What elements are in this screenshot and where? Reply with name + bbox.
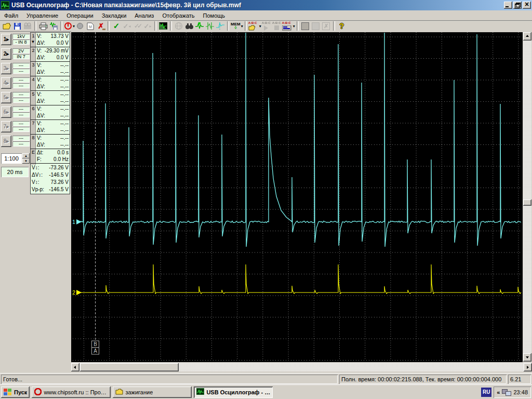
readout-row-cursor: EΔt:0.0 sF:0.0 Hz <box>31 149 70 164</box>
abc-open-button[interactable]: A:B:C▾ <box>248 21 261 31</box>
v-value: --.-- <box>60 62 69 68</box>
oscilloscope-display: BA12 <box>71 31 532 373</box>
wave-cursors-button[interactable] <box>205 21 215 31</box>
search-button[interactable] <box>184 21 194 31</box>
taskbar-task-2[interactable]: USB Осциллограф - C... <box>194 387 273 398</box>
channel-5-range[interactable]: --- <box>12 92 30 97</box>
menu-item-4[interactable]: Анализ <box>130 11 158 20</box>
channel-1-input[interactable]: - IN 8 <box>12 39 30 45</box>
v-label: V: <box>37 62 42 68</box>
mark-prev-button: ✓◂ <box>122 21 132 31</box>
divider-down-button[interactable]: ▼ <box>22 158 30 164</box>
channel-6-button[interactable]: 6▸ <box>1 107 11 118</box>
display-mode-button[interactable] <box>158 21 168 31</box>
vertical-scroll-thumb[interactable] <box>523 200 531 206</box>
readout-channel-number: 3 <box>31 62 35 68</box>
channel-7-input[interactable]: --- <box>12 127 30 132</box>
v-value: -29.30 mV <box>45 48 69 54</box>
abc-panel-button[interactable]: A:B:C▾ <box>282 21 295 31</box>
readout-channel-number: 8 <box>31 135 35 140</box>
menu-item-6[interactable]: Помощь <box>199 11 230 20</box>
close-button[interactable] <box>523 2 531 9</box>
channel-2-range[interactable]: 2V <box>12 48 30 54</box>
menu-item-5[interactable]: Отображать <box>158 11 198 20</box>
start-stop-button[interactable]: ▾ <box>64 21 75 31</box>
open-file-button[interactable] <box>2 21 12 31</box>
language-indicator[interactable]: RU <box>481 388 491 397</box>
dv-value: 0.0 V <box>57 40 69 46</box>
timebase-value[interactable]: 20 ms <box>1 167 29 177</box>
channel-6-input[interactable]: --- <box>12 112 30 117</box>
dv-label: ΔV: <box>37 127 45 133</box>
channel-4-input[interactable]: --- <box>12 83 30 88</box>
scroll-up-button[interactable] <box>523 32 531 41</box>
readout-channel-number: 2 <box>31 48 35 53</box>
help-button[interactable]: ? <box>337 21 347 31</box>
measurement-line: Vp-p:-146.5 V <box>32 187 69 194</box>
window-title: USB Осциллограф - C:\Новая папка\зажиган… <box>11 2 503 9</box>
divider-input[interactable]: 1:100 <box>1 153 22 164</box>
menu-item-0[interactable]: Файл <box>0 11 22 20</box>
wave-markers-button[interactable] <box>194 21 205 31</box>
taskbar-task-0[interactable]: www.chipsoft.ru :: Прос... <box>32 387 111 398</box>
menu-item-1[interactable]: Управление <box>22 11 62 20</box>
tray-chevron-icon[interactable]: « <box>497 389 500 395</box>
wave-scale-button[interactable] <box>215 21 225 31</box>
start-button[interactable]: Пуск <box>1 387 30 398</box>
folder-icon <box>115 389 123 396</box>
memory-button[interactable]: MEM◊▾ <box>231 21 243 31</box>
channel-7-range[interactable]: --- <box>12 121 30 126</box>
scroll-down-button[interactable] <box>523 353 531 362</box>
memory-dropdown-icon[interactable]: ▾ <box>241 24 243 29</box>
restore-button[interactable] <box>513 2 522 9</box>
mark-ok-button[interactable]: ✓ <box>111 21 122 31</box>
measurement-value: -146.5 V <box>49 187 69 192</box>
abc-panel-dropdown-icon[interactable]: ▾ <box>293 24 295 29</box>
channel-7-button[interactable]: 7▸ <box>1 121 11 132</box>
abc-stop-button: A:B:C <box>272 21 282 31</box>
print-button[interactable] <box>38 21 48 31</box>
channel-2-input[interactable]: IN 7 <box>12 54 30 59</box>
channel-4-button[interactable]: 4▸ <box>1 77 11 89</box>
channel-8-input[interactable]: --- <box>12 141 30 147</box>
channel-4-range[interactable]: --- <box>12 77 30 83</box>
single-capture-button[interactable] <box>75 21 85 31</box>
select-region-button[interactable] <box>300 21 311 31</box>
horizontal-scroll-thumb[interactable] <box>80 363 179 371</box>
scroll-right-button[interactable] <box>524 363 532 371</box>
menu-item-2[interactable]: Операции <box>62 11 97 20</box>
erase-button[interactable]: ✗ <box>96 21 106 31</box>
channel-2-marker-label[interactable]: 2 <box>72 289 75 296</box>
waveform-canvas[interactable]: BA12 <box>71 31 524 363</box>
channel-3-input[interactable]: --- <box>12 69 30 74</box>
trigger-marker-icon[interactable]: ▼ <box>31 39 35 44</box>
readout-row-ch1: 1▼V:13.73 VΔV:0.0 V <box>31 33 70 47</box>
readout-channel-number: 5 <box>31 91 35 97</box>
channel-3-button[interactable]: 3▸ <box>1 63 11 74</box>
channel-5-input[interactable]: --- <box>12 98 30 103</box>
channel-2-button[interactable]: 2▸ <box>1 48 11 60</box>
scroll-left-button[interactable] <box>71 363 79 371</box>
channel-1-range[interactable]: 1kV <box>12 34 30 39</box>
save-file-button[interactable] <box>12 21 22 31</box>
measurement-label: ΔV↕: <box>32 172 43 178</box>
v-value: --.-- <box>60 121 69 126</box>
channel-1-marker-label[interactable]: 1 <box>72 219 75 225</box>
menu-item-3[interactable]: Закладки <box>98 11 131 20</box>
channel-6-range[interactable]: --- <box>12 107 30 112</box>
channel-8-button[interactable]: 8▸ <box>1 136 11 147</box>
save-wave-image-button[interactable] <box>48 21 59 31</box>
channel-5-button[interactable]: 5▸ <box>1 92 11 103</box>
readout-channel-number: 6 <box>31 106 35 111</box>
vertical-scrollbar[interactable] <box>523 32 531 362</box>
readout-row-ch4: 4V:--.--ΔV:--.-- <box>31 76 70 91</box>
minimize-button[interactable] <box>504 2 512 9</box>
network-icon[interactable] <box>502 389 511 396</box>
taskbar-task-1[interactable]: зажигание <box>113 387 192 398</box>
channel-1-button[interactable]: 1▸ <box>1 34 11 45</box>
divider-up-button[interactable]: ▲ <box>22 153 30 158</box>
freq-label: F: <box>37 156 42 162</box>
channel-3-range[interactable]: --- <box>12 63 30 68</box>
auto-setup-button[interactable]: M <box>85 21 96 31</box>
channel-8-range[interactable]: --- <box>12 136 30 141</box>
